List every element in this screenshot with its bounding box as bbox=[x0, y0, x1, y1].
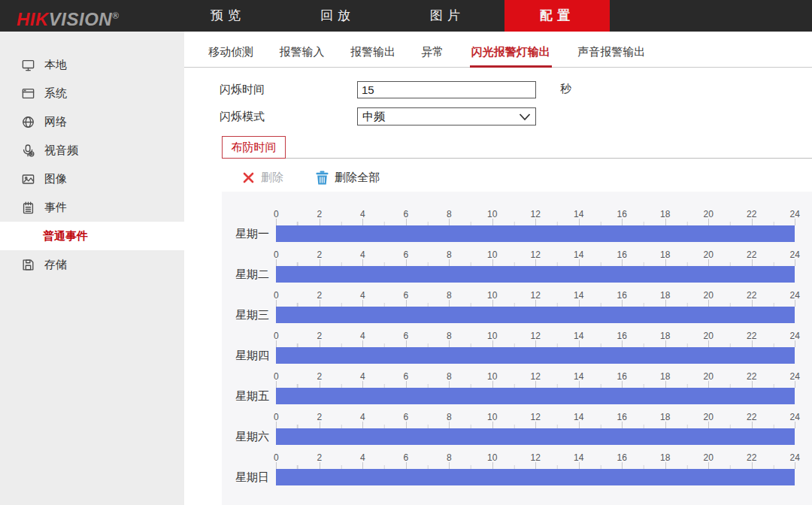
schedule-bar[interactable] bbox=[276, 388, 795, 404]
timeline-track[interactable] bbox=[276, 307, 795, 323]
trash-icon bbox=[316, 171, 329, 185]
network-icon bbox=[21, 115, 35, 129]
section-divider bbox=[222, 158, 812, 159]
hour-tick-label: 20 bbox=[687, 209, 731, 219]
day-label: 星期五 bbox=[226, 388, 269, 404]
sidebar-item-basic-event[interactable]: 普通事件 bbox=[0, 222, 184, 250]
hour-tick-label: 2 bbox=[298, 452, 341, 463]
hour-tick-label: 22 bbox=[730, 249, 774, 260]
hour-tick-label: 20 bbox=[687, 452, 731, 463]
timeline-track[interactable] bbox=[276, 225, 795, 242]
schedule-toolbar: 删除 删除全部 bbox=[243, 170, 380, 185]
delete-all-button[interactable]: 删除全部 bbox=[335, 171, 380, 185]
sidebar-item-network[interactable]: 网络 bbox=[0, 107, 184, 136]
hour-tick-label: 22 bbox=[730, 331, 774, 341]
nav-tab-preview[interactable]: 预览 bbox=[175, 0, 280, 32]
flash-duration-input[interactable] bbox=[357, 81, 536, 98]
tab-exception[interactable]: 异常 bbox=[421, 42, 444, 68]
hour-tick-label: 0 bbox=[255, 331, 298, 341]
schedule-row-saturday: 星期六 024681012141618202224 bbox=[222, 406, 812, 446]
monitor-icon bbox=[21, 58, 35, 72]
nav-tab-picture[interactable]: 图片 bbox=[395, 0, 500, 32]
hour-tick-label: 12 bbox=[514, 412, 558, 422]
hour-tick-label: 6 bbox=[384, 249, 428, 260]
nav-tab-playback[interactable]: 回放 bbox=[285, 0, 390, 32]
flash-mode-selected-value: 中频 bbox=[362, 110, 385, 122]
sidebar-item-image[interactable]: 图像 bbox=[0, 165, 184, 193]
hour-tick-label: 0 bbox=[255, 209, 298, 219]
tab-motion-detection[interactable]: 移动侦测 bbox=[208, 42, 253, 68]
sidebar-item-local[interactable]: 本地 bbox=[0, 50, 184, 79]
hour-tick-label: 10 bbox=[471, 371, 514, 382]
schedule-bar[interactable] bbox=[276, 469, 795, 485]
hour-tick-label: 22 bbox=[730, 371, 774, 382]
day-label: 星期二 bbox=[226, 266, 269, 283]
schedule-bar[interactable] bbox=[276, 225, 795, 242]
hour-tick-label: 16 bbox=[601, 371, 644, 382]
sidebar-item-storage[interactable]: 存储 bbox=[0, 250, 184, 279]
app-window: HIKVISION® 预览 回放 图片 配置 本地 系统 bbox=[0, 0, 812, 505]
arming-schedule-button[interactable]: 布防时间 bbox=[222, 136, 286, 159]
tab-alarm-input[interactable]: 报警输入 bbox=[279, 42, 324, 68]
tab-audible-alarm-output[interactable]: 声音报警输出 bbox=[577, 42, 645, 68]
schedule-bar[interactable] bbox=[276, 347, 795, 364]
sidebar-item-audio-video[interactable]: 视音频 bbox=[0, 136, 184, 165]
hour-tick-label: 16 bbox=[601, 249, 644, 260]
schedule-bar[interactable] bbox=[276, 266, 795, 283]
schedule-row-wednesday: 星期三 024681012141618202224 bbox=[222, 284, 812, 325]
logo-registered-mark: ® bbox=[112, 11, 119, 21]
schedule-bar[interactable] bbox=[276, 428, 795, 445]
tab-alarm-output[interactable]: 报警输出 bbox=[350, 42, 395, 68]
hour-tick-label: 14 bbox=[557, 412, 601, 422]
hour-tick-label: 12 bbox=[514, 290, 558, 301]
storage-icon bbox=[21, 258, 35, 272]
day-label: 星期日 bbox=[226, 469, 269, 485]
timeline-track[interactable] bbox=[276, 469, 795, 485]
hour-tick-label: 12 bbox=[514, 452, 558, 463]
hikvision-logo: HIKVISION® bbox=[17, 0, 120, 32]
timeline-track[interactable] bbox=[276, 428, 795, 445]
hour-tick-label: 18 bbox=[644, 209, 687, 219]
hour-tick-label: 4 bbox=[341, 331, 385, 341]
event-tab-bar: 移动侦测 报警输入 报警输出 异常 闪光报警灯输出 声音报警输出 bbox=[184, 32, 812, 68]
hour-tick-label: 2 bbox=[298, 331, 341, 341]
hour-tick-label: 6 bbox=[384, 452, 428, 463]
hour-tick-label: 8 bbox=[428, 209, 471, 219]
hour-tick-label: 6 bbox=[384, 371, 428, 382]
hour-tick-label: 24 bbox=[774, 452, 812, 463]
hour-tick-label: 2 bbox=[298, 249, 341, 260]
flash-mode-select[interactable]: 中频 bbox=[357, 107, 536, 125]
sidebar-item-label: 网络 bbox=[44, 115, 67, 129]
timeline-track[interactable] bbox=[276, 266, 795, 283]
hour-scale: 024681012141618202224 bbox=[255, 288, 812, 299]
tab-flashing-alarm-light-output[interactable]: 闪光报警灯输出 bbox=[470, 42, 552, 68]
flash-mode-label: 闪烁模式 bbox=[220, 108, 265, 125]
hour-scale: 024681012141618202224 bbox=[255, 247, 812, 259]
hour-tick-label: 10 bbox=[471, 331, 514, 341]
flash-duration-unit: 秒 bbox=[560, 82, 571, 96]
timeline-track[interactable] bbox=[276, 388, 795, 404]
hour-tick-label: 0 bbox=[255, 371, 298, 382]
hour-tick-label: 22 bbox=[730, 452, 774, 463]
nav-tab-configuration[interactable]: 配置 bbox=[504, 0, 610, 32]
hour-tick-label: 10 bbox=[471, 249, 514, 260]
hour-tick-label: 4 bbox=[341, 209, 385, 219]
hour-tick-label: 4 bbox=[341, 371, 385, 382]
hour-tick-label: 24 bbox=[774, 371, 812, 382]
hour-tick-label: 8 bbox=[428, 331, 471, 341]
sidebar-item-label: 视音频 bbox=[44, 144, 78, 158]
sidebar-item-label: 系统 bbox=[44, 86, 67, 101]
sidebar-item-system[interactable]: 系统 bbox=[0, 79, 184, 107]
delete-button[interactable]: 删除 bbox=[261, 171, 283, 185]
day-label: 星期四 bbox=[226, 347, 269, 364]
hour-tick-label: 22 bbox=[730, 412, 774, 422]
schedule-bar[interactable] bbox=[276, 307, 795, 323]
schedule-row-friday: 星期五 024681012141618202224 bbox=[222, 365, 812, 406]
hour-tick-label: 24 bbox=[774, 331, 812, 341]
hour-tick-label: 6 bbox=[384, 331, 428, 341]
sidebar-item-event[interactable]: 事件 bbox=[0, 193, 184, 222]
hour-scale: 024681012141618202224 bbox=[255, 369, 812, 380]
timeline-track[interactable] bbox=[276, 347, 795, 364]
hour-tick-label: 18 bbox=[644, 371, 687, 382]
hour-tick-label: 20 bbox=[687, 249, 731, 260]
